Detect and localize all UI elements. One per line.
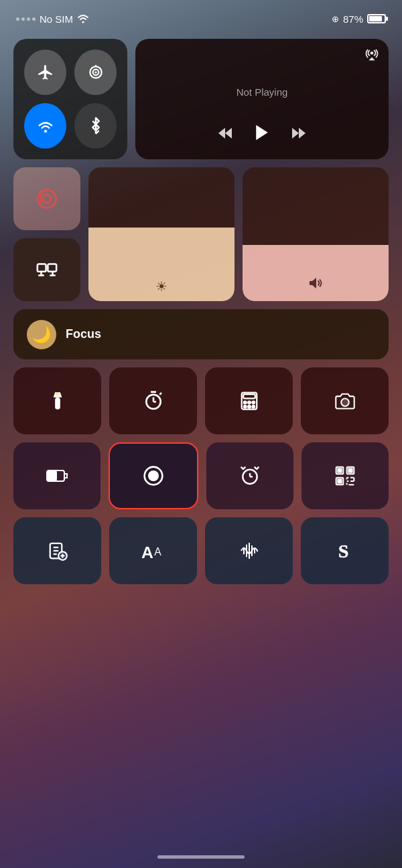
svg-point-32 [243,402,246,404]
now-playing-block: Not Playing [135,39,389,159]
signal-dot-2 [21,17,25,21]
calculator-button[interactable] [205,367,293,434]
alarm-clock-button[interactable] [206,442,293,509]
not-playing-text: Not Playing [237,62,288,122]
svg-marker-8 [218,128,225,139]
status-right: ⊕ 87% [332,13,386,25]
signal-dot-3 [27,17,30,21]
row-connectivity-media: Not Playing [13,39,389,159]
svg-rect-31 [243,394,255,398]
cellular-button[interactable] [74,50,117,95]
signal-dots [16,17,36,21]
brightness-icon: ☀ [155,278,168,294]
svg-marker-21 [310,278,316,288]
orientation-lock-button[interactable] [13,167,80,230]
svg-point-35 [243,406,246,408]
playback-controls [146,122,378,150]
svg-text:A: A [141,543,153,561]
timer-button[interactable] [109,367,197,434]
svg-marker-10 [256,125,268,141]
wifi-status-icon [77,14,89,23]
camera-button[interactable] [301,367,389,434]
svg-marker-9 [225,128,232,139]
svg-rect-15 [38,264,46,272]
connectivity-block [13,39,127,159]
location-icon: ⊕ [332,14,339,24]
battery-indicator [367,14,386,23]
row-tools [13,367,389,434]
svg-line-48 [255,467,257,469]
brightness-slider[interactable]: ☀ [88,167,234,301]
quick-note-button[interactable] [13,517,101,584]
svg-rect-52 [338,468,341,472]
svg-point-7 [371,52,374,55]
forward-button[interactable] [291,125,307,145]
svg-point-2 [94,71,96,73]
focus-moon-icon: 🌙 [27,320,56,349]
svg-point-43 [148,470,159,481]
svg-rect-41 [48,471,56,481]
svg-text:A: A [154,546,161,557]
svg-point-25 [56,392,59,396]
status-left: No SIM [16,13,89,25]
battery-icon [367,14,386,23]
focus-button[interactable]: 🌙 Focus [13,309,389,359]
play-button[interactable] [252,122,272,147]
svg-marker-11 [292,128,299,139]
svg-point-39 [342,400,347,405]
battery-status-button[interactable] [13,442,100,509]
focus-label: Focus [66,327,101,341]
svg-point-4 [44,130,46,133]
airplane-mode-button[interactable] [24,50,66,95]
row-focus: 🌙 Focus [13,309,389,359]
volume-icon [308,275,324,294]
svg-rect-22 [55,398,60,410]
qr-scanner-button[interactable] [302,442,389,509]
signal-dot-4 [32,17,36,21]
svg-text:S: S [338,541,348,561]
airplay-icon[interactable] [364,47,379,65]
carrier-text: No SIM [40,13,73,25]
battery-percent: 87% [343,13,363,25]
shazam-button[interactable]: S [301,517,389,584]
rewind-button[interactable] [217,125,233,145]
svg-marker-12 [299,128,306,139]
row-orientation-sliders: ☀ [13,167,389,301]
slider-group: ☀ [88,167,389,301]
svg-point-37 [252,406,255,408]
status-bar: No SIM ⊕ 87% [0,0,402,33]
svg-rect-54 [338,479,341,483]
svg-rect-53 [348,468,352,472]
svg-point-14 [43,195,51,203]
screen-record-button[interactable] [109,442,198,509]
svg-line-47 [244,467,246,469]
wifi-button[interactable] [24,103,66,149]
flashlight-button[interactable] [13,367,101,434]
screen-mirror-button[interactable] [13,238,80,301]
row-actions [13,442,389,509]
sound-recognition-button[interactable] [205,517,293,584]
svg-point-34 [252,402,255,404]
svg-point-36 [248,406,251,408]
text-size-button[interactable]: A A [109,517,197,584]
bluetooth-button[interactable] [74,103,117,149]
battery-fill [369,16,382,21]
row-utilities: A A S [13,517,389,584]
svg-rect-16 [48,264,56,272]
volume-slider[interactable] [243,167,389,301]
control-center-grid: Not Playing [0,33,402,590]
signal-dot-1 [16,17,19,21]
svg-point-33 [248,402,251,404]
home-indicator [157,855,245,859]
